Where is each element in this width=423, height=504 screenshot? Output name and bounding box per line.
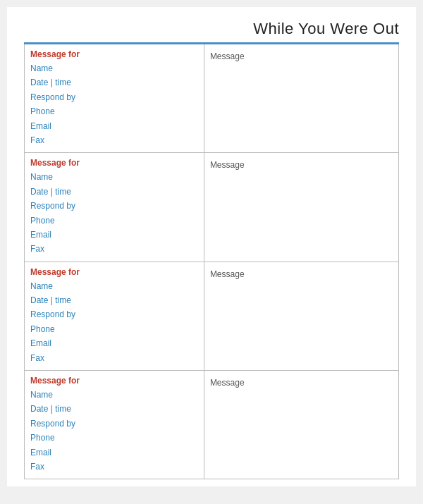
- field-0-5: Fax: [30, 133, 198, 147]
- field-1-5: Fax: [30, 242, 198, 256]
- field-2-0: Name: [30, 279, 198, 293]
- message-for-label-0: Message for: [30, 49, 198, 59]
- field-3-1: Date | time: [30, 402, 198, 416]
- page-title: While You Were Out: [24, 20, 399, 44]
- message-for-label-3: Message for: [30, 376, 198, 386]
- field-2-3: Phone: [30, 322, 198, 336]
- field-1-0: Name: [30, 170, 198, 184]
- field-0-2: Respond by: [30, 90, 198, 104]
- field-0-0: Name: [30, 61, 198, 75]
- message-label-1: Message: [210, 160, 245, 170]
- message-for-label-2: Message for: [30, 267, 198, 277]
- section-2-right: Message: [204, 262, 398, 370]
- section-0-left: Message forNameDate | timeRespond byPhon…: [25, 44, 204, 153]
- field-2-4: Email: [30, 336, 198, 350]
- field-1-3: Phone: [30, 214, 198, 228]
- section-2-left: Message forNameDate | timeRespond byPhon…: [25, 262, 204, 370]
- field-3-0: Name: [30, 388, 198, 402]
- page: While You Were Out Message forNameDate |…: [7, 7, 416, 486]
- message-label-0: Message: [210, 51, 245, 61]
- field-1-2: Respond by: [30, 199, 198, 213]
- section-1-right: Message: [204, 153, 398, 262]
- message-label-2: Message: [210, 269, 245, 279]
- field-2-1: Date | time: [30, 293, 198, 307]
- section-3-left: Message forNameDate | timeRespond byPhon…: [25, 371, 204, 479]
- message-for-label-1: Message for: [30, 158, 198, 168]
- field-3-2: Respond by: [30, 417, 198, 431]
- field-0-3: Phone: [30, 104, 198, 118]
- section-3-right: Message: [204, 371, 398, 479]
- section-0-right: Message: [204, 44, 398, 153]
- field-3-5: Fax: [30, 460, 198, 474]
- field-3-4: Email: [30, 445, 198, 460]
- field-3-3: Phone: [30, 431, 198, 445]
- section-1-left: Message forNameDate | timeRespond byPhon…: [25, 153, 204, 262]
- message-table: Message forNameDate | timeRespond byPhon…: [24, 44, 399, 479]
- field-1-1: Date | time: [30, 185, 198, 199]
- field-0-1: Date | time: [30, 75, 198, 90]
- field-1-4: Email: [30, 228, 198, 242]
- field-2-2: Respond by: [30, 307, 198, 321]
- field-2-5: Fax: [30, 351, 198, 365]
- message-label-3: Message: [210, 378, 245, 388]
- field-0-4: Email: [30, 119, 198, 133]
